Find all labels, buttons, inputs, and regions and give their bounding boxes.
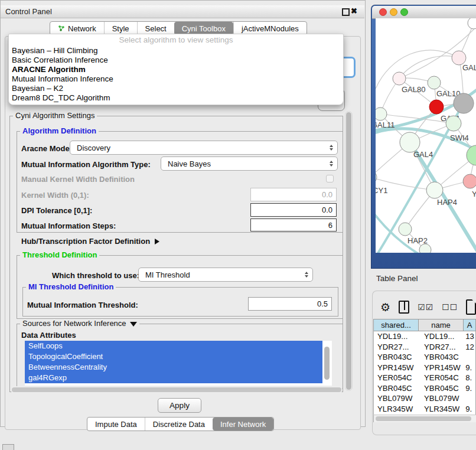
table-cell: YLR345W [419, 405, 463, 413]
threshold-group-title: Threshold Definition [20, 251, 99, 259]
table-row[interactable]: YDL19...YDL19...13 [374, 331, 475, 342]
mi-threshold-field[interactable]: 0.5 [248, 297, 332, 311]
close-light[interactable] [379, 8, 387, 16]
table-hscrollbar[interactable] [373, 415, 476, 422]
apply-button[interactable]: Apply [158, 398, 201, 413]
tab-label: Cyni Toolbox [182, 24, 226, 33]
dpi-tolerance-label: DPI Tolerance [0,1]: [21, 206, 92, 215]
table-row[interactable]: YBL079WYBL079W [374, 393, 475, 404]
sources-hscrollbar-thumb[interactable] [12, 387, 341, 392]
node-gal11-label: GAL11 [376, 120, 395, 129]
cut-button[interactable] [2, 444, 14, 450]
node-top-outline[interactable] [468, 18, 476, 29]
node-bottom[interactable] [419, 244, 431, 253]
table-row[interactable]: YLR345WYLR345W9. [374, 404, 475, 415]
zoom-light[interactable] [400, 8, 408, 16]
algorithm-item-aracne-algorithm[interactable]: ARACNE Algorithm [9, 65, 343, 74]
node-swi4[interactable] [446, 116, 461, 131]
node-hap4-label: HAP4 [437, 198, 457, 207]
algorithm-item-basic-correlation-inference[interactable]: Basic Correlation Inference [9, 56, 343, 65]
tab-jactivemnodules[interactable]: jActiveMNodules [233, 22, 307, 35]
node-gray[interactable] [454, 93, 474, 113]
attributes-scrollbar-thumb[interactable] [324, 347, 330, 380]
tab-network[interactable]: Network [50, 22, 104, 35]
node-hap4[interactable] [426, 182, 443, 198]
network-canvas[interactable]: GALGAL80GAL10GAL1GAL11SWI4GAL4YGCY1HAP4H… [376, 18, 476, 253]
spinner-arrows-icon [330, 145, 333, 151]
page-icon[interactable] [466, 299, 476, 315]
table-row[interactable]: YBR045CYBR045C9. [374, 383, 475, 394]
column-header-name[interactable]: name [419, 319, 464, 331]
attribute-item-topologicalcoefficient[interactable]: TopologicalCoefficient [25, 351, 322, 362]
bottom-tab-label: Infer Network [220, 420, 266, 429]
checked-boxes-icon[interactable]: ☑☑ [418, 302, 433, 312]
node-gal4[interactable] [400, 132, 420, 152]
network-window-titlebar[interactable] [372, 6, 476, 19]
bottom-tab-discretize-data[interactable]: Discretize Data [145, 418, 213, 431]
table-hscrollbar-thumb[interactable] [376, 416, 471, 421]
attribute-item-selfloops[interactable]: SelfLoops [25, 341, 322, 351]
dpi-tolerance-value: 0.0 [322, 206, 332, 214]
dpi-tolerance-field[interactable]: 0.0 [250, 203, 337, 217]
table-row[interactable]: YDR27...YDR27...12 [374, 342, 475, 353]
table-cell: YDR27... [419, 343, 463, 351]
aracne-mode-select[interactable]: Discovery [70, 141, 338, 155]
hub-section-toggle[interactable]: Hub/Transcription Factor Definition [21, 237, 159, 246]
node-gal4-label: GAL4 [413, 150, 433, 159]
tab-select[interactable]: Select [137, 22, 174, 35]
node-gcy1[interactable] [376, 171, 377, 184]
sources-group-title[interactable]: Sources for Network Inference [20, 319, 139, 328]
table-cell: 9. [463, 384, 475, 393]
table-row[interactable]: YBR043CYBR043C [374, 352, 475, 363]
unchecked-boxes-icon[interactable]: ☐☐ [442, 302, 458, 312]
manual-kernel-label: Manual Kernel Width Definition [21, 175, 135, 184]
cyni-bottom-tabbar: Impute DataDiscretize DataInfer Network [87, 417, 274, 431]
table-row[interactable]: YER054CYER054C8. [374, 373, 475, 383]
kernel-width-field[interactable]: 0.0 [250, 188, 337, 201]
algorithm-item-bayesian-k2[interactable]: Bayesian – K2 [9, 84, 343, 93]
algorithm-item-mutual-information-inference[interactable]: Mutual Information Inference [9, 74, 343, 84]
close-panel-icon[interactable]: ✖ [351, 6, 357, 15]
network-edge [399, 56, 459, 79]
node-gal11[interactable] [376, 107, 387, 120]
column-header-shared[interactable]: shared... [373, 319, 419, 331]
table-cell: 9. [463, 363, 475, 372]
minimize-light[interactable] [390, 8, 397, 16]
manual-kernel-checkbox[interactable] [326, 175, 334, 182]
attribute-item-gal4rgexp[interactable]: gal4RGexp [25, 373, 322, 383]
split-columns-icon[interactable] [399, 301, 409, 314]
tab-cyni-toolbox[interactable]: Cyni Toolbox [174, 22, 233, 35]
gear-icon[interactable]: ⚙ [380, 302, 390, 313]
settings-scrollbar[interactable] [345, 111, 353, 391]
table-row[interactable]: YPR145WYPR145W9. [374, 363, 475, 373]
attribute-item-betweennesscentrality[interactable]: BetweennessCentrality [25, 362, 322, 373]
algorithm-item-dream8-dc-tdc-algorithm[interactable]: Dream8 DC_TDC Algorithm [9, 93, 343, 103]
bottom-tab-infer-network[interactable]: Infer Network [213, 418, 273, 431]
table-cell: YDL19... [419, 332, 463, 341]
tab-label: Style [112, 24, 129, 33]
mi-steps-field[interactable]: 6 [250, 219, 337, 231]
node-hap2[interactable] [399, 223, 412, 236]
node-gal10[interactable] [428, 76, 441, 89]
node-gal80[interactable] [393, 72, 406, 85]
table-panel-title: Table Panel [376, 274, 418, 283]
kernel-width-value: 0.0 [322, 190, 332, 199]
tab-style[interactable]: Style [104, 22, 137, 35]
data-attributes-list[interactable]: SelfLoopsTopologicalCoefficientBetweenne… [25, 341, 322, 386]
column-header-a[interactable]: A [464, 319, 476, 331]
algorithm-item-bayesian-hill-climbing[interactable]: Bayesian – Hill Climbing [9, 46, 343, 56]
algorithm-popup-list: Bayesian – Hill ClimbingBasic Correlatio… [9, 46, 343, 103]
sources-hscrollbar[interactable] [11, 386, 343, 393]
settings-scrollbar-thumb[interactable] [346, 112, 351, 390]
bottom-tab-impute-data[interactable]: Impute Data [87, 418, 145, 431]
hub-section-label: Hub/Transcription Factor Definition [21, 237, 150, 246]
attributes-scrollbar[interactable] [322, 341, 332, 386]
network-icon [58, 25, 65, 32]
table-cell: YPR145W [419, 363, 463, 372]
spinner-arrows-icon [330, 161, 333, 167]
node-pink-right[interactable] [463, 174, 476, 188]
mi-type-select[interactable]: Naive Bayes [161, 156, 338, 171]
float-panel-icon[interactable] [342, 8, 350, 16]
which-threshold-select[interactable]: MI Threshold [138, 268, 313, 282]
node-gal1[interactable] [429, 100, 444, 114]
